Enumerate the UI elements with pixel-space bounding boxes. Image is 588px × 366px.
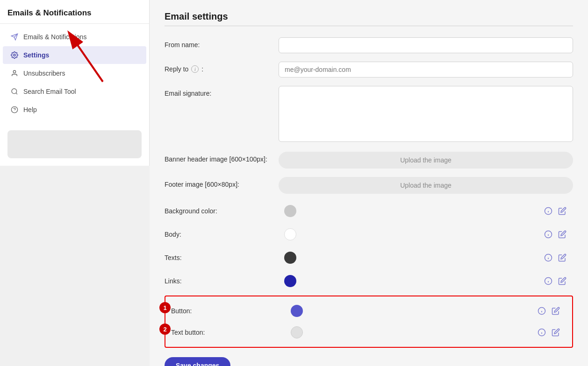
- button-color-row: Button:: [165, 300, 572, 322]
- boxed-color-section: 1 Button:: [165, 296, 573, 348]
- text-button-color-label: Text button:: [171, 329, 274, 336]
- sidebar-item-emails-notifications[interactable]: Emails & Notifications: [3, 28, 146, 46]
- button-color-edit-button[interactable]: [551, 306, 561, 316]
- svg-line-5: [16, 93, 17, 94]
- links-color-label: Links:: [165, 277, 267, 285]
- help-icon: [10, 106, 19, 114]
- nav-label-unsubscribers: Unsubscribers: [23, 70, 65, 77]
- bg-color-row: Background color:: [165, 202, 573, 220]
- bg-color-actions: [543, 206, 567, 216]
- texts-color-edit-button[interactable]: [557, 253, 567, 263]
- reply-to-colon: :: [201, 65, 203, 73]
- body-color-actions: [543, 229, 567, 239]
- sidebar-item-settings[interactable]: Settings: [3, 46, 146, 64]
- from-name-row: From name:: [165, 37, 573, 53]
- footer-image-label: Footer image [600×80px]:: [165, 177, 267, 188]
- title-divider: [165, 26, 573, 26]
- sidebar-bottom-widget: [7, 130, 142, 158]
- footer-image-row: Footer image [600×80px]: Upload the imag…: [165, 177, 573, 194]
- reply-to-row: Reply to i :: [165, 62, 573, 77]
- bg-color-info-button[interactable]: [543, 206, 553, 216]
- nav-label-emails-notifications: Emails & Notifications: [23, 33, 86, 41]
- links-color-actions: [543, 276, 567, 286]
- links-color-edit-button[interactable]: [557, 276, 567, 286]
- text-button-color-row: Text button:: [165, 322, 572, 343]
- text-button-color-edit-button[interactable]: [551, 327, 561, 338]
- sidebar-item-help[interactable]: Help: [3, 101, 146, 119]
- nav-label-help: Help: [23, 106, 37, 113]
- button-color-actions: [537, 306, 561, 316]
- links-color-info-button[interactable]: [543, 276, 553, 286]
- reply-to-info-icon[interactable]: i: [191, 65, 199, 73]
- sidebar-header: Emails & Notifications: [0, 0, 149, 24]
- nav-label-search-email-tool: Search Email Tool: [23, 88, 76, 95]
- button-color-info-button[interactable]: [537, 306, 547, 316]
- body-color-label: Body:: [165, 231, 267, 238]
- text-button-color-swatch[interactable]: [291, 326, 303, 338]
- reply-to-label-text: Reply to: [165, 65, 188, 73]
- text-button-color-actions: [537, 327, 561, 338]
- from-name-input[interactable]: [279, 37, 573, 53]
- links-color-control: [279, 272, 573, 290]
- body-color-info-button[interactable]: [543, 229, 553, 239]
- links-color-row: Links:: [165, 272, 573, 290]
- footer-image-control: Upload the image: [279, 177, 573, 194]
- texts-color-label: Texts:: [165, 254, 267, 261]
- reply-to-control: [279, 62, 573, 77]
- search-icon: [10, 87, 19, 96]
- gear-icon: [10, 51, 19, 59]
- badge-2: 2: [159, 324, 171, 335]
- body-color-row: Body:: [165, 225, 573, 243]
- sidebar-item-search-email-tool[interactable]: Search Email Tool: [3, 83, 146, 100]
- color-rows-normal: Background color: Body:: [165, 202, 573, 290]
- text-button-color-info-button[interactable]: [537, 327, 547, 338]
- email-signature-control: [279, 86, 573, 143]
- banner-header-label: Banner header image [600×100px]:: [165, 152, 267, 163]
- page-title: Email settings: [165, 11, 573, 22]
- texts-color-row: Texts:: [165, 249, 573, 267]
- texts-color-swatch[interactable]: [284, 252, 296, 264]
- banner-header-control: Upload the image: [279, 152, 573, 169]
- bg-color-swatch[interactable]: [284, 205, 296, 217]
- badge-1: 1: [159, 302, 171, 313]
- svg-point-4: [12, 89, 17, 94]
- links-color-swatch[interactable]: [284, 275, 296, 287]
- texts-color-control: [279, 249, 573, 267]
- footer-upload-button[interactable]: Upload the image: [279, 177, 573, 194]
- main-content: Email settings From name: Reply to i : E…: [150, 0, 588, 366]
- bg-color-edit-button[interactable]: [557, 206, 567, 216]
- button-color-swatch[interactable]: [291, 305, 303, 317]
- sidebar-nav: Emails & Notifications Settings Unsubscr…: [0, 24, 149, 123]
- banner-header-row: Banner header image [600×100px]: Upload …: [165, 152, 573, 169]
- texts-color-actions: [543, 253, 567, 263]
- bg-color-control: [279, 202, 573, 220]
- from-name-control: [279, 37, 573, 53]
- button-color-label: Button:: [171, 307, 274, 315]
- reply-to-input[interactable]: [279, 62, 573, 77]
- email-signature-row: Email signature:: [165, 86, 573, 143]
- save-changes-button[interactable]: Save changes: [165, 357, 230, 366]
- sidebar-item-unsubscribers[interactable]: Unsubscribers: [3, 64, 146, 82]
- nav-label-settings: Settings: [23, 51, 49, 59]
- body-color-control: [279, 225, 573, 243]
- paper-plane-icon: [10, 33, 19, 41]
- texts-color-info-button[interactable]: [543, 253, 553, 263]
- body-color-edit-button[interactable]: [557, 229, 567, 239]
- email-signature-label: Email signature:: [165, 86, 267, 97]
- user-icon: [10, 69, 19, 77]
- reply-to-label: Reply to i :: [165, 62, 267, 73]
- text-button-color-control: [285, 324, 566, 341]
- red-border-highlight: 1 Button:: [165, 296, 573, 348]
- button-color-control: [285, 302, 566, 320]
- from-name-label: From name:: [165, 37, 267, 49]
- svg-point-2: [14, 54, 15, 56]
- svg-point-3: [13, 70, 15, 73]
- email-signature-textarea[interactable]: [279, 86, 573, 142]
- banner-upload-button[interactable]: Upload the image: [279, 152, 573, 169]
- bg-color-label: Background color:: [165, 207, 267, 215]
- body-color-swatch[interactable]: [284, 228, 296, 240]
